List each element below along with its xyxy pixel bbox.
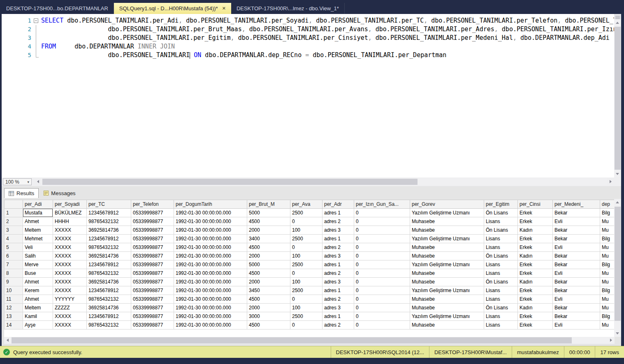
grid-cell[interactable]: 2500 [290,209,322,217]
grid-cell[interactable]: Mu [600,304,615,312]
grid-cell[interactable]: 0 [354,304,410,312]
grid-cell[interactable]: 0 [290,269,322,278]
grid-cell[interactable]: Mu [600,252,615,260]
grid-cell[interactable]: 1992-01-30 00:00:00.000 [174,278,247,286]
grid-cell[interactable]: Bekar [553,304,600,312]
grid-cell[interactable]: 98765432132 [87,269,131,278]
grid-cell[interactable]: 2500 [290,312,322,321]
grid-cell[interactable]: Lisans [484,295,518,304]
grid-cell[interactable]: 0 [354,295,410,304]
grid-cell[interactable]: 1992-01-30 00:00:00.000 [174,252,247,260]
grid-cell[interactable]: Ön Lisans [484,226,518,235]
grid-cell[interactable]: 0 [354,252,410,260]
grid-cell[interactable]: 0 [354,321,410,329]
editor-horizontal-scrollbar[interactable] [42,178,607,185]
grid-cell[interactable]: XXXXX [53,312,87,321]
grid-cell[interactable]: 0 [290,217,322,226]
grid-cell[interactable]: 1992-01-30 00:00:00.000 [174,286,247,295]
scroll-left-arrow-icon[interactable] [35,178,42,185]
grid-cell[interactable]: Evli [553,321,600,329]
grid-cell[interactable]: adres 3 [322,226,354,235]
grid-cell[interactable]: Erkek [518,286,553,295]
grid-cell[interactable]: 1992-01-30 00:00:00.000 [174,304,247,312]
results-grid[interactable]: per_Adiper_Soyadiper_TCper_Telefonper_Do… [4,200,614,337]
grid-cell[interactable]: 2500 [290,260,322,269]
grid-cell[interactable]: Muhasebe [410,278,484,286]
grid-cell[interactable]: 05339998877 [131,260,174,269]
column-header[interactable]: per_DogumTarih [174,200,247,209]
grid-cell[interactable]: Erkek [518,312,553,321]
row-header[interactable]: 3 [5,226,23,235]
grid-cell[interactable]: Bekar [553,226,600,235]
grid-cell[interactable]: 0 [290,295,322,304]
grid-cell[interactable]: Erkek [518,209,553,217]
grid-cell[interactable]: Erkek [518,235,553,243]
grid-cell[interactable]: Ahmet [23,217,53,226]
grid-cell[interactable]: Erkek [518,243,553,252]
grid-cell[interactable]: Ahmet [23,295,53,304]
grid-cell[interactable]: 05339998877 [131,226,174,235]
grid-cell[interactable]: 1992-01-30 00:00:00.000 [174,312,247,321]
row-header[interactable]: 14 [5,321,23,329]
grid-cell[interactable]: 05339998877 [131,217,174,226]
grid-cell[interactable]: Lisans [484,243,518,252]
scroll-left-arrow-icon[interactable] [4,337,11,344]
grid-cell[interactable]: BÜKÜLMEZ [53,209,87,217]
grid-cell[interactable]: Kadın [518,278,553,286]
grid-cell[interactable]: HHHH [53,217,87,226]
grid-cell[interactable]: Meltem [23,304,53,312]
grid-cell[interactable]: Muhasebe [410,304,484,312]
grid-cell[interactable]: adres 2 [322,217,354,226]
document-tab[interactable]: SQLQuery1.sql - D...H00R\Mustafa (54))*✕ [114,3,231,14]
row-header[interactable]: 10 [5,286,23,295]
grid-cell[interactable]: 2000 [247,304,290,312]
grid-cell[interactable]: Lisans [484,235,518,243]
grid-cell[interactable]: adres 1 [322,209,354,217]
grid-cell[interactable]: Ahmet [23,278,53,286]
grid-cell[interactable]: 5000 [247,260,290,269]
grid-cell[interactable]: 100 [290,278,322,286]
grid-cell[interactable]: 100 [290,226,322,235]
code-line[interactable]: 3 dbo.PERSONEL_TANIMLARI.per_Egitim, dbo… [2,34,614,42]
grid-cell[interactable]: Ön Lisans [484,278,518,286]
grid-cell[interactable]: 12345678912 [87,209,131,217]
grid-cell[interactable]: 3450 [247,286,290,295]
grid-cell[interactable]: 05339998877 [131,312,174,321]
grid-cell[interactable]: Mu [600,226,615,235]
column-header[interactable]: per_Ava [290,200,322,209]
grid-cell[interactable]: 4500 [247,217,290,226]
grid-cell[interactable]: Bekar [553,260,600,269]
grid-cell[interactable]: Ön Lisans [484,304,518,312]
grid-cell[interactable]: XXXXX [53,235,87,243]
grid-cell[interactable]: Bekar [553,312,600,321]
grid-cell[interactable]: Mu [600,321,615,329]
grid-cell[interactable]: XXXXX [53,243,87,252]
row-header[interactable]: 1 [5,209,23,217]
row-header[interactable]: 4 [5,235,23,243]
grid-cell[interactable]: 3000 [247,312,290,321]
grid-cell[interactable]: 05339998877 [131,304,174,312]
scroll-right-arrow-icon[interactable] [607,178,614,185]
grid-cell[interactable]: Erkek [518,295,553,304]
tab-results[interactable]: Results [4,188,39,198]
grid-cell[interactable]: Lisans [484,260,518,269]
grid-cell[interactable]: XXXXX [53,278,87,286]
column-header[interactable]: per_Cinsi [518,200,553,209]
grid-cell[interactable]: 1992-01-30 00:00:00.000 [174,269,247,278]
grid-cell[interactable]: Erkek [518,260,553,269]
scrollbar-thumb[interactable] [615,207,621,321]
column-header[interactable]: per_Medeni_ [553,200,600,209]
grid-cell[interactable]: 36925814736 [87,278,131,286]
grid-cell[interactable]: 2500 [290,235,322,243]
grid-vertical-scrollbar[interactable] [614,199,621,337]
row-header[interactable]: 11 [5,295,23,304]
grid-cell[interactable]: 12345678912 [87,235,131,243]
scroll-right-arrow-icon[interactable] [608,337,615,344]
grid-cell[interactable]: Ön Lisans [484,209,518,217]
grid-cell[interactable]: Bilg [600,260,615,269]
grid-cell[interactable]: Muhasebe [410,252,484,260]
grid-cell[interactable]: 05339998877 [131,209,174,217]
grid-cell[interactable]: 0 [354,217,410,226]
grid-cell[interactable]: 12345678912 [87,312,131,321]
grid-cell[interactable]: adres 3 [322,278,354,286]
